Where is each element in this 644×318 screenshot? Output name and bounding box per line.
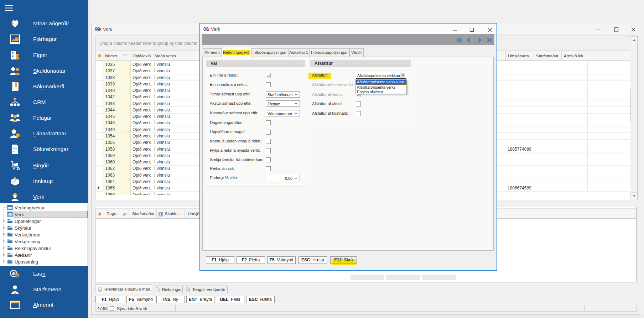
svg-text:dk: dk — [96, 28, 99, 30]
svg-text:dk: dk — [205, 28, 208, 30]
